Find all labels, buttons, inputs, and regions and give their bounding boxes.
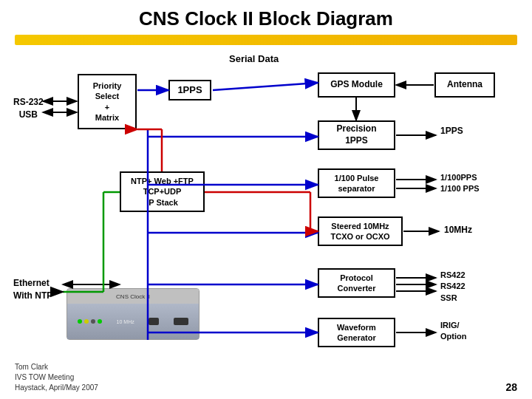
serial-data-label: Serial Data: [229, 53, 279, 64]
protocol-converter-box: ProtocolConverter: [318, 268, 395, 298]
ntp-web-box: NTP+ Web +FTPTCP+UDPIP Stack: [120, 171, 205, 212]
rs422-right-label: RS422RS422SSR: [440, 270, 466, 304]
10mhz-right-label: 10MHz: [444, 225, 472, 235]
footer-page: 28: [505, 381, 517, 393]
antenna-box: Antenna: [434, 72, 495, 98]
1pps-right-label: 1PPS: [440, 126, 463, 136]
irig-right-label: IRIG/Option: [440, 320, 466, 343]
ethernet-ntp-label: EthernetWith NTP: [13, 277, 52, 302]
gps-module-box: GPS Module: [318, 72, 395, 98]
priority-select-box: PrioritySelect+Matrix: [78, 74, 137, 129]
waveform-generator-box: WaveformGenerator: [318, 318, 395, 347]
highlight-bar: [15, 35, 517, 45]
steered-10mhz-box: Steered 10MHzTCXO or OCXO: [318, 216, 403, 246]
100pps-right-label: 1/100PPS1/100 PPS: [440, 172, 480, 195]
device-image: CNS Clock II 10 MHz: [66, 288, 200, 340]
pulse-separator-box: 1/100 Pulseseparator: [318, 168, 395, 198]
precision-1pps-box: Precision1PPS: [318, 120, 395, 150]
footer-author: Tom Clark IVS TOW Meeting Haystack, Apri…: [15, 362, 98, 393]
page-title: CNS Clock II Block Diagram: [15, 7, 517, 30]
rs232-usb-label: RS-232USB: [13, 96, 44, 121]
1pps-box: 1PPS: [168, 80, 211, 100]
